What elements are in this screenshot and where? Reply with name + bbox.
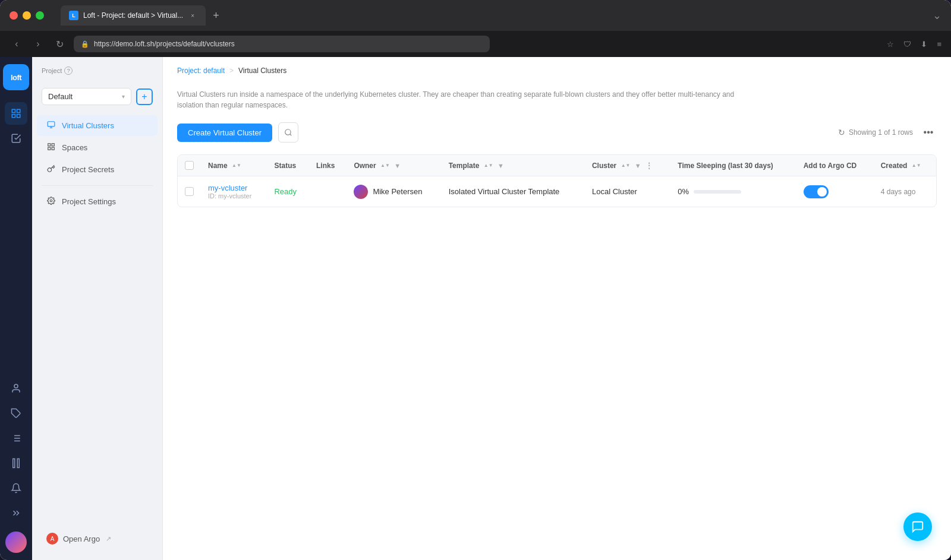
nav-item-project-settings[interactable]: Project Settings	[37, 191, 158, 212]
owner-info: Mike Petersen	[354, 185, 434, 199]
project-dropdown[interactable]: Default ▾	[42, 88, 131, 105]
cluster-options-icon[interactable]: ⋮	[645, 162, 653, 170]
row-template-cell: Isolated Virtual Cluster Template	[442, 176, 585, 207]
col-time-sleeping-label: Time Sleeping (last 30 days)	[678, 162, 773, 170]
row-status-cell: Ready	[267, 176, 309, 207]
owner-name: Mike Petersen	[373, 187, 422, 196]
row-checkbox-cell[interactable]	[178, 176, 201, 207]
row-created-cell: 4 days ago	[874, 176, 936, 207]
reload-btn[interactable]: ↻	[52, 39, 67, 50]
vclusters-table: Name ▲▼ Status Links Owner	[177, 154, 937, 207]
chat-bubble-btn[interactable]	[903, 512, 932, 541]
create-virtual-cluster-btn[interactable]: Create Virtual Cluster	[177, 124, 272, 142]
sidebar-light: Project ? Default ▾ + Virtual Clusters	[32, 57, 163, 560]
add-project-btn[interactable]: +	[136, 88, 153, 105]
cluster-name-link[interactable]: my-vcluster	[208, 183, 247, 192]
breadcrumb-project-link[interactable]: Project: default	[177, 67, 225, 75]
sidebar-icon-topology[interactable]	[5, 102, 27, 125]
shield-icon[interactable]: 🛡	[903, 40, 911, 49]
argo-icon: A	[46, 533, 58, 545]
template-sort-icon[interactable]: ▲▼	[484, 163, 493, 168]
nav-item-virtual-clusters[interactable]: Virtual Clusters	[37, 115, 158, 136]
search-btn[interactable]	[278, 122, 298, 143]
sleeping-progress: 0%	[678, 187, 789, 196]
browser-window: L Loft - Project: default > Virtual... ×…	[0, 0, 951, 560]
svg-point-4	[14, 384, 18, 388]
open-argo-btn[interactable]: A Open Argo ↗	[37, 527, 158, 550]
close-traffic-light[interactable]	[10, 11, 18, 20]
th-select-all[interactable]	[178, 155, 201, 176]
th-cluster: Cluster ▲▼ ▼ ⋮	[585, 155, 670, 176]
project-header: Project ?	[32, 67, 162, 88]
th-template: Template ▲▼ ▼	[442, 155, 585, 176]
breadcrumb-separator: >	[229, 67, 234, 75]
tab-favicon: L	[69, 11, 78, 20]
svg-rect-19	[52, 147, 54, 150]
window-collapse-icon[interactable]: ⌄	[933, 9, 941, 22]
browser-addressbar: ‹ › ↻ 🔒 https://demo.loft.sh/projects/de…	[0, 31, 951, 57]
main-content: Project: default > Virtual Clusters Virt…	[163, 57, 951, 560]
cluster-filter-icon[interactable]: ▼	[635, 162, 641, 169]
forward-btn[interactable]: ›	[31, 39, 45, 49]
logo[interactable]: loft	[3, 64, 29, 90]
th-time-sleeping: Time Sleeping (last 30 days)	[670, 155, 796, 176]
owner-sort-icon[interactable]: ▲▼	[380, 163, 390, 168]
new-tab-btn[interactable]: +	[208, 10, 224, 22]
sidebar-icon-report[interactable]	[5, 127, 27, 150]
sidebar-icon-tag[interactable]	[5, 402, 27, 425]
col-argo-label: Add to Argo CD	[804, 162, 857, 170]
th-owner: Owner ▲▼ ▼	[347, 155, 441, 176]
th-links: Links	[309, 155, 347, 176]
col-name-label: Name	[208, 162, 228, 170]
virtual-clusters-icon	[46, 121, 56, 131]
address-bar[interactable]: 🔒 https://demo.loft.sh/projects/default/…	[74, 36, 490, 52]
svg-rect-20	[48, 147, 51, 150]
menu-icon[interactable]: ≡	[937, 40, 941, 49]
select-all-checkbox[interactable]	[185, 161, 194, 170]
lock-icon: 🔒	[81, 40, 89, 48]
nav-item-project-secrets[interactable]: Project Secrets	[37, 159, 158, 180]
svg-rect-17	[48, 144, 51, 146]
open-argo-label: Open Argo	[63, 534, 100, 543]
sidebar-icon-list[interactable]	[5, 427, 27, 450]
back-btn[interactable]: ‹	[10, 39, 24, 49]
app-layout: loft	[0, 57, 951, 560]
toolbar-right: ↻ Showing 1 of 1 rows •••	[838, 124, 937, 141]
project-help-icon[interactable]: ?	[64, 67, 73, 75]
minimize-traffic-light[interactable]	[23, 11, 31, 20]
argo-toggle[interactable]	[804, 185, 829, 198]
sidebar-icon-bell[interactable]	[5, 477, 27, 499]
maximize-traffic-light[interactable]	[36, 11, 44, 20]
name-sort-icon[interactable]: ▲▼	[232, 163, 241, 168]
spaces-icon	[46, 143, 56, 153]
star-icon[interactable]: ☆	[887, 40, 894, 49]
owner-filter-icon[interactable]: ▼	[394, 162, 401, 169]
svg-rect-14	[48, 122, 55, 126]
col-links-label: Links	[316, 162, 335, 170]
row-argo-cell	[796, 176, 874, 207]
active-tab[interactable]: L Loft - Project: default > Virtual... ×	[61, 5, 206, 26]
toolbar-row: Create Virtual Cluster ↻ Showing 1 of 1 …	[177, 122, 937, 143]
created-sort-icon[interactable]: ▲▼	[912, 163, 921, 168]
refresh-icon[interactable]: ↻	[838, 128, 845, 137]
download-icon[interactable]: ⬇	[921, 40, 927, 49]
col-created-label: Created	[881, 162, 908, 170]
row-checkbox[interactable]	[185, 187, 194, 196]
nav-label-project-settings: Project Settings	[62, 197, 116, 206]
project-settings-icon	[46, 197, 56, 207]
project-dropdown-value: Default	[48, 92, 73, 101]
row-name-cell: my-vcluster ID: my-vcluster	[201, 176, 267, 207]
breadcrumb-current: Virtual Clusters	[238, 67, 286, 75]
sidebar-icon-users[interactable]	[5, 377, 27, 400]
sidebar-icon-expand[interactable]	[5, 502, 27, 524]
user-avatar[interactable]	[5, 531, 27, 553]
project-select-row: Default ▾ +	[32, 88, 162, 115]
more-options-btn[interactable]: •••	[920, 124, 937, 141]
logo-text: loft	[11, 73, 21, 82]
nav-label-virtual-clusters: Virtual Clusters	[62, 121, 114, 130]
cluster-sort-icon[interactable]: ▲▼	[621, 163, 631, 168]
template-filter-icon[interactable]: ▼	[497, 162, 504, 169]
nav-item-spaces[interactable]: Spaces	[37, 137, 158, 158]
sidebar-icon-grid[interactable]	[5, 452, 27, 474]
tab-close-btn[interactable]: ×	[188, 11, 197, 20]
